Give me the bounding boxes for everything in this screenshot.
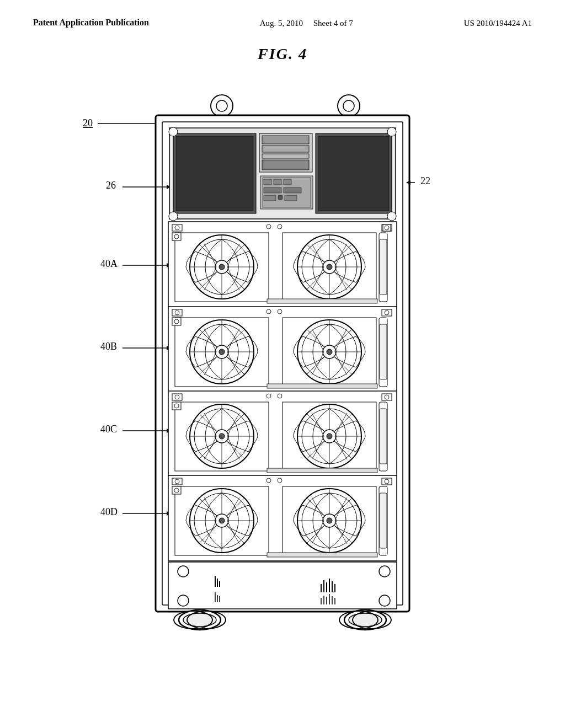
svg-rect-26 bbox=[284, 179, 291, 185]
patent-number-label: US 2010/194424 A1 bbox=[464, 17, 532, 30]
svg-point-64 bbox=[327, 264, 332, 270]
svg-rect-99 bbox=[172, 318, 181, 325]
ref-label-20: 20 bbox=[83, 117, 93, 129]
svg-rect-30 bbox=[278, 195, 282, 200]
svg-rect-163 bbox=[172, 486, 181, 494]
svg-point-32 bbox=[169, 127, 178, 136]
svg-rect-14 bbox=[176, 136, 253, 211]
svg-point-168 bbox=[379, 566, 390, 577]
ref-label-40B: 40B bbox=[100, 341, 117, 352]
ref-label-40C: 40C bbox=[100, 424, 117, 435]
svg-rect-25 bbox=[274, 179, 281, 185]
svg-point-151 bbox=[219, 518, 225, 523]
svg-rect-31 bbox=[285, 195, 297, 201]
svg-rect-166 bbox=[168, 562, 397, 609]
publication-label: Patent Application Publication bbox=[33, 17, 149, 29]
svg-rect-131 bbox=[172, 402, 181, 410]
svg-point-53 bbox=[219, 264, 225, 270]
svg-rect-21 bbox=[262, 160, 309, 170]
svg-point-130 bbox=[327, 433, 332, 439]
ref-label-40A: 40A bbox=[100, 258, 118, 269]
svg-point-169 bbox=[178, 595, 189, 606]
svg-rect-69 bbox=[267, 299, 377, 303]
svg-point-35 bbox=[387, 212, 396, 221]
patent-svg: 20 22 26 bbox=[67, 68, 498, 686]
ref-label-40D: 40D bbox=[100, 506, 118, 517]
svg-rect-20 bbox=[262, 154, 309, 158]
drawing-area: 20 22 26 bbox=[0, 68, 565, 686]
svg-point-5 bbox=[343, 100, 354, 111]
page-header: Patent Application Publication Aug. 5, 2… bbox=[0, 0, 565, 35]
svg-rect-24 bbox=[264, 179, 271, 185]
figure-title: FIG. 4 bbox=[0, 45, 565, 63]
svg-rect-18 bbox=[262, 136, 309, 144]
svg-rect-27 bbox=[264, 188, 281, 193]
ref-label-26: 26 bbox=[106, 180, 116, 191]
svg-rect-89 bbox=[380, 324, 387, 379]
svg-point-170 bbox=[379, 595, 390, 606]
svg-point-191 bbox=[183, 613, 216, 627]
patent-page: Patent Application Publication Aug. 5, 2… bbox=[0, 0, 565, 728]
svg-point-4 bbox=[338, 95, 360, 117]
svg-rect-121 bbox=[380, 409, 387, 464]
svg-rect-19 bbox=[262, 146, 309, 152]
svg-point-33 bbox=[387, 127, 396, 136]
svg-point-3 bbox=[216, 100, 227, 111]
svg-rect-28 bbox=[284, 188, 301, 193]
svg-rect-55 bbox=[380, 239, 387, 295]
date-sheet-label: Aug. 5, 2010 Sheet 4 of 7 bbox=[260, 17, 353, 30]
svg-point-34 bbox=[169, 212, 178, 221]
svg-point-162 bbox=[327, 518, 332, 523]
svg-point-119 bbox=[219, 433, 225, 439]
svg-rect-165 bbox=[267, 553, 377, 557]
ref-label-22: 22 bbox=[420, 175, 430, 186]
svg-point-193 bbox=[349, 613, 382, 627]
svg-rect-16 bbox=[318, 136, 389, 211]
svg-rect-101 bbox=[267, 384, 377, 388]
svg-rect-133 bbox=[267, 468, 377, 473]
svg-rect-65 bbox=[172, 233, 181, 240]
svg-point-98 bbox=[327, 349, 332, 355]
svg-rect-29 bbox=[264, 195, 276, 201]
svg-point-2 bbox=[211, 95, 233, 117]
svg-point-167 bbox=[178, 566, 189, 577]
svg-rect-153 bbox=[380, 493, 387, 548]
svg-point-87 bbox=[219, 349, 225, 355]
